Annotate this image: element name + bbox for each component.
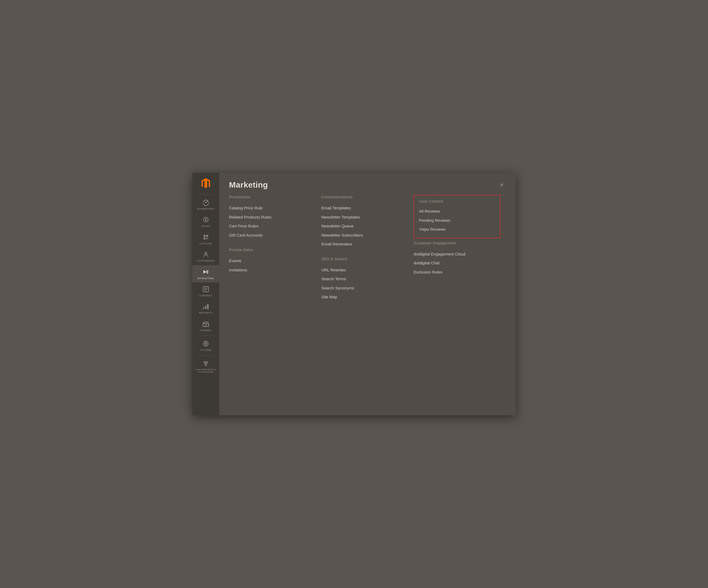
customers-icon — [202, 251, 209, 258]
section-promotions: Promotions Catalog Price Rule Related Pr… — [229, 195, 316, 240]
menu-item-gift-card-accounts[interactable]: Gift Card Accounts — [229, 231, 316, 240]
svg-rect-11 — [208, 270, 208, 273]
stores-icon — [202, 320, 209, 327]
svg-rect-5 — [206, 235, 208, 237]
menu-item-exclusion-rules[interactable]: Exclusion Rules — [414, 268, 501, 277]
menu-item-newsletter-subscribers[interactable]: Newsletter Subscribers — [321, 231, 408, 240]
menu-item-site-map[interactable]: Site Map — [321, 292, 408, 301]
svg-rect-4 — [203, 235, 206, 237]
section-title-communications: Communications — [321, 195, 408, 199]
system-icon — [202, 340, 209, 347]
sidebar-item-sales[interactable]: $ SALES — [193, 213, 219, 230]
sidebar-item-reports[interactable]: REPORTS — [193, 300, 219, 317]
svg-line-1 — [206, 201, 207, 202]
section-title-promotions: Promotions — [229, 195, 316, 199]
menu-item-related-products-rules[interactable]: Related Products Rules — [229, 213, 316, 222]
svg-rect-20 — [205, 324, 207, 327]
menu-item-dotdigital-chat[interactable]: dotdigital Chat — [414, 258, 501, 268]
menu-item-dotdigital-cloud[interactable]: dotdigital Engagement Cloud — [414, 249, 501, 259]
sidebar-item-label: FIND PARTNERS & EXTENSIONS — [194, 369, 218, 374]
sales-icon: $ — [202, 216, 209, 223]
sidebar-item-catalog[interactable]: CATALOG — [193, 230, 219, 248]
svg-point-23 — [205, 343, 207, 345]
content-icon — [202, 286, 209, 293]
section-title-customer-engagement: Customer Engagement — [414, 241, 501, 245]
svg-point-24 — [204, 361, 206, 363]
sidebar: DASHBOARD $ SALES CATALOG — [193, 173, 219, 415]
menu-item-yotpo-reviews[interactable]: Yotpo Reviews — [419, 225, 495, 234]
svg-point-8 — [205, 252, 207, 255]
sidebar-item-label: CATALOG — [199, 242, 212, 245]
section-communications: Communications Email Templates Newslette… — [321, 195, 408, 249]
menu-item-newsletter-queue[interactable]: Newsletter Queue — [321, 222, 408, 231]
sidebar-item-content[interactable]: CONTENT — [193, 283, 219, 300]
sidebar-item-dashboard[interactable]: DASHBOARD — [193, 196, 219, 213]
svg-rect-18 — [207, 304, 208, 309]
menu-header: Marketing × — [219, 173, 515, 195]
menu-item-invitations[interactable]: Invitations — [229, 265, 316, 274]
sidebar-divider-top — [198, 194, 214, 195]
logo[interactable] — [193, 173, 219, 193]
section-private-sales: Private Sales Events Invitations — [229, 248, 316, 274]
svg-rect-16 — [203, 307, 204, 310]
sidebar-item-customers[interactable]: CUSTOMERS — [193, 248, 219, 265]
menu-item-pending-reviews[interactable]: Pending Reviews — [419, 216, 495, 225]
svg-marker-9 — [203, 270, 206, 273]
sidebar-item-label: REPORTS — [199, 311, 212, 314]
main-content: Marketing × Promotions Catalog Price Rul… — [219, 173, 515, 415]
svg-point-25 — [206, 361, 208, 363]
menu-column-1: Promotions Catalog Price Rule Related Pr… — [229, 195, 321, 415]
magento-logo-icon — [200, 178, 212, 189]
menu-item-all-reviews[interactable]: All Reviews — [419, 207, 495, 216]
sidebar-divider-mid — [198, 335, 214, 336]
section-customer-engagement: Customer Engagement dotdigital Engagemen… — [414, 241, 501, 277]
menu-item-search-terms[interactable]: Search Terms — [321, 274, 408, 284]
partners-icon — [202, 360, 209, 367]
dashboard-icon — [202, 199, 209, 206]
svg-point-26 — [205, 364, 207, 366]
menu-column-2: Communications Email Templates Newslette… — [321, 195, 414, 415]
menu-columns: Promotions Catalog Price Rule Related Pr… — [219, 195, 515, 415]
page-title: Marketing — [229, 180, 268, 189]
sidebar-item-label: CUSTOMERS — [197, 259, 214, 262]
sidebar-divider-bottom — [198, 355, 214, 356]
sidebar-item-stores[interactable]: STORES — [193, 317, 219, 334]
menu-item-email-reminders[interactable]: Email Reminders — [321, 240, 408, 249]
sidebar-item-partners[interactable]: FIND PARTNERS & EXTENSIONS — [193, 357, 219, 376]
svg-text:$: $ — [205, 218, 207, 222]
svg-line-29 — [206, 363, 207, 364]
section-title-user-content: User Content — [419, 199, 495, 203]
sidebar-item-label: DASHBOARD — [197, 207, 215, 210]
reports-icon — [202, 303, 209, 310]
menu-item-cart-price-rules[interactable]: Cart Price Rules — [229, 222, 316, 231]
svg-rect-17 — [205, 305, 206, 309]
sidebar-item-label: MARKETING — [198, 277, 214, 280]
section-title-seo-search: SEO & Search — [321, 257, 408, 261]
svg-rect-7 — [206, 237, 208, 240]
svg-rect-6 — [203, 237, 206, 240]
section-user-content: User Content All Reviews Pending Reviews… — [414, 195, 501, 238]
menu-item-events[interactable]: Events — [229, 256, 316, 265]
menu-item-catalog-price-rule[interactable]: Catalog Price Rule — [229, 203, 316, 213]
sidebar-item-label: SYSTEM — [200, 348, 211, 351]
menu-item-url-rewrites[interactable]: URL Rewrites — [321, 265, 408, 274]
section-title-private-sales: Private Sales — [229, 248, 316, 252]
svg-rect-10 — [207, 270, 207, 273]
menu-column-3: User Content All Reviews Pending Reviews… — [414, 195, 506, 415]
section-seo-search: SEO & Search URL Rewrites Search Terms S… — [321, 257, 408, 301]
sidebar-item-system[interactable]: SYSTEM — [193, 337, 219, 354]
app-container: DASHBOARD $ SALES CATALOG — [193, 173, 515, 415]
close-button[interactable]: × — [498, 180, 506, 189]
menu-item-search-synonyms[interactable]: Search Synonyms — [321, 284, 408, 293]
sidebar-item-label: CONTENT — [199, 294, 212, 297]
menu-item-email-templates[interactable]: Email Templates — [321, 203, 408, 213]
marketing-icon — [202, 268, 209, 275]
svg-line-28 — [205, 363, 206, 364]
sidebar-item-label: SALES — [201, 225, 210, 228]
sidebar-item-marketing[interactable]: MARKETING — [193, 265, 219, 283]
menu-item-newsletter-templates[interactable]: Newsletter Templates — [321, 213, 408, 222]
catalog-icon — [202, 234, 209, 241]
sidebar-item-label: STORES — [200, 329, 211, 332]
